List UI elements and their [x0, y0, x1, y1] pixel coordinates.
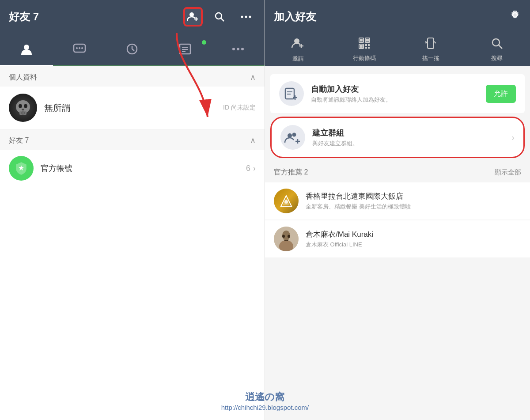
- watermark-title: 逍遙の窩: [221, 390, 309, 404]
- qrcode-label: 行動條碼: [353, 54, 376, 62]
- recommend-row-hotel[interactable]: 香格里拉台北遠東國際大飯店 全新客房、精緻餐樂 美好生活的極致體驗: [265, 182, 530, 219]
- auto-add-icon: [279, 81, 304, 106]
- add-friend-button[interactable]: [183, 7, 203, 26]
- left-panel: 好友 7: [0, 0, 265, 420]
- svg-point-3: [216, 13, 222, 19]
- singer-name: 倉木麻衣/Mai Kuraki: [306, 229, 373, 239]
- svg-rect-39: [366, 39, 369, 42]
- svg-point-57: [288, 133, 292, 138]
- svg-point-68: [288, 235, 290, 238]
- allow-button[interactable]: 允許: [486, 85, 516, 103]
- official-section-title: 官方推薦 2: [274, 168, 308, 177]
- tab-qrcode[interactable]: 行動條碼: [331, 33, 398, 66]
- watermark: 逍遙の窩 http://chihchi29.blogspot.com/: [221, 390, 309, 411]
- svg-point-6: [245, 15, 247, 18]
- personal-section-title: 個人資料: [9, 73, 37, 82]
- phone-shake-icon: [424, 37, 437, 49]
- more-button[interactable]: [236, 7, 256, 26]
- svg-point-21: [237, 48, 239, 50]
- svg-rect-45: [368, 47, 370, 49]
- hotel-name: 香格里拉台北遠東國際大飯店: [306, 191, 411, 201]
- svg-line-49: [434, 42, 436, 43]
- tab-search[interactable]: 搜尋: [464, 33, 530, 66]
- search-tab-icon: [491, 37, 503, 53]
- svg-line-15: [132, 49, 134, 51]
- svg-point-12: [81, 47, 83, 49]
- news-icon: [178, 42, 192, 56]
- singer-info: 倉木麻衣/Mai Kuraki 倉木麻衣 Official LINE: [306, 229, 373, 249]
- tab-invite[interactable]: 邀請: [265, 33, 331, 66]
- official-chevron-icon: ›: [253, 164, 256, 173]
- watermark-url: http://chihchi29.blogspot.com/: [221, 404, 309, 411]
- auto-add-title: 自動加入好友: [311, 84, 479, 95]
- svg-point-5: [241, 15, 243, 18]
- svg-point-8: [24, 45, 29, 50]
- create-group-title: 建立群組: [312, 128, 504, 138]
- svg-point-7: [249, 15, 251, 18]
- search-button[interactable]: [210, 7, 229, 26]
- right-title: 加入好友: [274, 10, 502, 24]
- hotel-logo-icon: [279, 194, 293, 208]
- singer-photo-icon: [274, 227, 299, 251]
- person-plus-icon: [292, 37, 305, 50]
- svg-rect-46: [428, 38, 434, 49]
- invite-icon: [292, 37, 305, 53]
- group-add-icon: [284, 130, 301, 144]
- app-container: 好友 7: [0, 0, 530, 420]
- friends-chevron-icon: ∧: [250, 136, 256, 145]
- official-section-header: 官方推薦 2 顯示全部: [265, 162, 530, 182]
- friends-section-title: 好友 7: [9, 136, 29, 145]
- official-avatar: [9, 156, 34, 181]
- tab-news[interactable]: [159, 33, 212, 65]
- left-title: 好友 7: [9, 10, 176, 24]
- official-row[interactable]: 官方帳號 6 ›: [0, 150, 265, 187]
- auto-add-row: 自動加入好友 自動將通訊錄聯絡人加為好友。 允許: [270, 74, 525, 113]
- contact-add-icon: [284, 86, 299, 102]
- shake-label: 搖一搖: [422, 54, 439, 62]
- svg-point-58: [292, 133, 296, 137]
- svg-line-4: [221, 18, 224, 21]
- svg-rect-44: [365, 47, 367, 49]
- shield-star-icon: [15, 162, 28, 175]
- gear-icon: [509, 9, 521, 21]
- svg-point-24: [19, 104, 22, 108]
- create-group-icon: [280, 125, 305, 150]
- recommend-row-singer[interactable]: 倉木麻衣/Mai Kuraki 倉木麻衣 Official LINE: [265, 220, 530, 257]
- gear-button[interactable]: [509, 9, 521, 24]
- search-icon: [491, 37, 503, 49]
- svg-rect-43: [368, 44, 370, 46]
- create-group-text: 建立群組 與好友建立群組。: [312, 128, 504, 148]
- svg-point-20: [232, 48, 235, 50]
- tab-shake[interactable]: 搖一搖: [398, 33, 464, 66]
- svg-point-25: [24, 104, 27, 108]
- qrcode-icon: [358, 37, 371, 53]
- svg-point-10: [76, 47, 78, 49]
- history-icon: [125, 42, 139, 56]
- show-all-link[interactable]: 顯示全部: [495, 168, 521, 177]
- official-count: 6 ›: [246, 164, 256, 173]
- svg-rect-41: [360, 45, 363, 48]
- profile-id: ID 尚未設定: [223, 104, 256, 112]
- right-panel: 加入好友 邀請: [265, 0, 530, 420]
- personal-chevron-icon: ∧: [250, 72, 256, 82]
- svg-point-11: [79, 47, 80, 49]
- tab-chat[interactable]: [53, 33, 106, 65]
- shake-icon: [424, 37, 437, 53]
- singer-avatar: [274, 227, 299, 251]
- create-group-desc: 與好友建立群組。: [312, 140, 504, 148]
- friends-section-header: 好友 7 ∧: [0, 129, 265, 150]
- more-tabs-icon: [231, 47, 245, 51]
- chat-icon: [73, 42, 86, 56]
- qr-icon: [358, 37, 371, 49]
- tab-contacts[interactable]: [0, 33, 53, 66]
- tab-history[interactable]: [106, 33, 159, 65]
- contacts-icon: [20, 42, 33, 56]
- profile-row[interactable]: 無所謂 ID 尚未設定: [0, 87, 265, 129]
- tab-more[interactable]: [212, 33, 265, 65]
- search-icon: [214, 11, 225, 22]
- create-group-row[interactable]: 建立群組 與好友建立群組。 ›: [270, 117, 525, 158]
- left-nav: [0, 33, 265, 66]
- svg-point-50: [492, 39, 500, 46]
- add-person-icon: [187, 11, 199, 23]
- avatar: [9, 94, 37, 122]
